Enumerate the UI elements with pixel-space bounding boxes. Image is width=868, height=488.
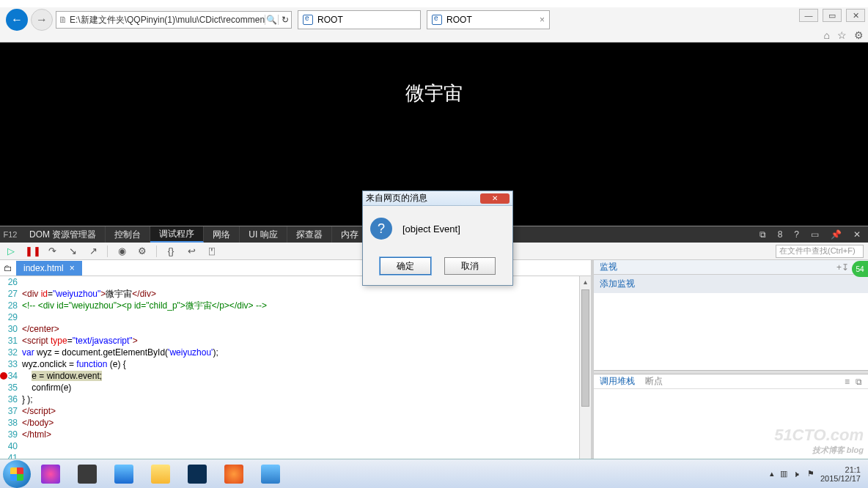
- window-min-button[interactable]: —: [799, 9, 818, 22]
- file-tab-close-icon[interactable]: ×: [70, 263, 75, 273]
- watch-header: 监视 +↧ ↻: [594, 260, 868, 275]
- callstack-tab[interactable]: 调用堆栈: [600, 375, 635, 388]
- devtab-2[interactable]: 调试程序: [150, 226, 204, 243]
- question-icon: ?: [370, 218, 392, 240]
- dialog-cancel-button[interactable]: 取消: [444, 257, 496, 275]
- nav-back-button[interactable]: ←: [6, 9, 28, 31]
- watch-title: 监视: [600, 261, 617, 273]
- tray-flag-icon[interactable]: ⚑: [807, 469, 814, 478]
- step-out-icon[interactable]: ↗: [87, 245, 100, 256]
- windows-flag-icon: [10, 467, 23, 481]
- dialog-ok-button[interactable]: 确定: [380, 257, 431, 275]
- cs-icon-1[interactable]: ≡: [845, 377, 850, 387]
- taskbar-app-ie[interactable]: [107, 462, 141, 487]
- toggle-icon[interactable]: ⍞: [205, 245, 218, 256]
- add-watch-row[interactable]: 添加监视: [594, 275, 868, 293]
- code-scrollbar[interactable]: ▴▾: [579, 276, 591, 466]
- refresh-icon[interactable]: ↻: [278, 15, 291, 25]
- word-wrap-icon[interactable]: ↩: [185, 245, 198, 256]
- break-all-icon[interactable]: ◉: [115, 245, 128, 256]
- address-text: E:\新建文件夹\QQPinyin(1)\mulu\CDict\recommen: [70, 14, 265, 26]
- taskbar-app-mail[interactable]: [254, 462, 287, 487]
- code-editor[interactable]: ▴▾ 2627<div id="weiyuzhou">微宇宙</div>28<!…: [0, 276, 591, 466]
- help-icon[interactable]: ?: [791, 229, 802, 240]
- start-button[interactable]: [3, 460, 31, 488]
- tray-sep-icon[interactable]: ▴: [770, 469, 774, 478]
- continue-icon[interactable]: ▷: [4, 245, 18, 256]
- taskbar-app-explorer[interactable]: [144, 462, 177, 487]
- dialog-message: [object Event]: [402, 223, 460, 234]
- taskbar-app-sublime[interactable]: [70, 462, 104, 487]
- file-tab[interactable]: index.html ×: [16, 261, 82, 276]
- taskbar-app-photoshop[interactable]: [180, 462, 214, 487]
- tray-net-icon[interactable]: ▥: [780, 469, 787, 478]
- system-tray[interactable]: ▴ ▥ 🕨 ⚑ 21:1 2015/12/17: [770, 465, 865, 483]
- pause-icon[interactable]: ❚❚: [25, 245, 38, 256]
- pretty-print-icon[interactable]: {}: [164, 245, 177, 256]
- add-watch-icon[interactable]: +↧: [836, 262, 849, 273]
- undock-icon[interactable]: ▭: [808, 229, 822, 240]
- ie-icon: [303, 15, 313, 25]
- break-new-icon[interactable]: ⚙: [136, 245, 149, 256]
- window-close-button[interactable]: ✕: [846, 9, 865, 22]
- settings-gear-icon[interactable]: ⚙: [854, 29, 864, 41]
- watermark: 51CTO.com 技术博客 blog: [774, 426, 864, 456]
- file-icon: 🗎: [56, 15, 70, 25]
- browser-tab-1[interactable]: ROOT ×: [427, 10, 550, 29]
- green-badge[interactable]: 54: [852, 261, 868, 277]
- close-tab-icon[interactable]: ×: [540, 15, 545, 25]
- device-emulation-icon[interactable]: ⧉: [757, 229, 769, 240]
- step-over-icon[interactable]: ↷: [45, 245, 59, 256]
- devtab-5[interactable]: 探查器: [287, 226, 332, 243]
- address-bar[interactable]: 🗎 E:\新建文件夹\QQPinyin(1)\mulu\CDict\recomm…: [56, 11, 292, 29]
- dialog-close-button[interactable]: ✕: [480, 193, 510, 204]
- devtab-0[interactable]: DOM 资源管理器: [21, 226, 106, 243]
- tray-vol-icon[interactable]: 🕨: [793, 470, 801, 478]
- devtab-4[interactable]: UI 响应: [240, 226, 287, 243]
- favorites-icon[interactable]: ☆: [837, 29, 847, 41]
- tab-label: ROOT: [317, 15, 343, 25]
- code-pane: 🗀 index.html × ▴▾ 2627<div id="weiyuzhou…: [0, 260, 594, 466]
- devtab-3[interactable]: 网络: [204, 226, 240, 243]
- search-go-icon[interactable]: 🔍: [265, 15, 278, 25]
- step-into-icon[interactable]: ↘: [66, 245, 79, 256]
- confirm-dialog: 来自网页的消息 ✕ ? [object Event] 确定 取消: [362, 191, 513, 286]
- f12-label: F12: [0, 230, 21, 239]
- ie-icon: [432, 15, 442, 25]
- window-max-button[interactable]: ▭: [823, 9, 842, 22]
- breakpoints-tab[interactable]: 断点: [645, 375, 663, 388]
- taskbar: ▴ ▥ 🕨 ⚑ 21:1 2015/12/17: [0, 459, 868, 488]
- home-icon[interactable]: ⌂: [824, 29, 830, 41]
- file-search-input[interactable]: 在文件中查找(Ctrl+F): [776, 245, 864, 258]
- cs-icon-2[interactable]: ⧉: [856, 377, 862, 387]
- dialog-title: 来自网页的消息: [366, 192, 427, 204]
- file-tab-label: index.html: [23, 263, 64, 273]
- open-file-icon[interactable]: 🗀: [0, 263, 16, 273]
- taskbar-app-firefox[interactable]: [217, 462, 251, 487]
- page-title[interactable]: 微宇宙: [405, 81, 463, 106]
- ie-window-chrome: — ▭ ✕ ← → 🗎 E:\新建文件夹\QQPinyin(1)\mulu\CD…: [0, 7, 868, 42]
- pin-icon[interactable]: 📌: [828, 229, 845, 240]
- browser-tab-0[interactable]: ROOT: [298, 10, 421, 29]
- clock[interactable]: 21:1 2015/12/17: [820, 465, 861, 483]
- devtab-1[interactable]: 控制台: [106, 226, 150, 243]
- callstack-tabs: 调用堆栈 断点 ≡ ⧉: [594, 374, 868, 389]
- tab-label: ROOT: [446, 15, 472, 25]
- nav-forward-button[interactable]: →: [31, 9, 53, 31]
- error-count: 8: [775, 229, 786, 240]
- devtools-close-icon[interactable]: ✕: [850, 229, 864, 240]
- scrollbar-thumb[interactable]: [581, 289, 589, 407]
- taskbar-app-browser[interactable]: [34, 462, 67, 487]
